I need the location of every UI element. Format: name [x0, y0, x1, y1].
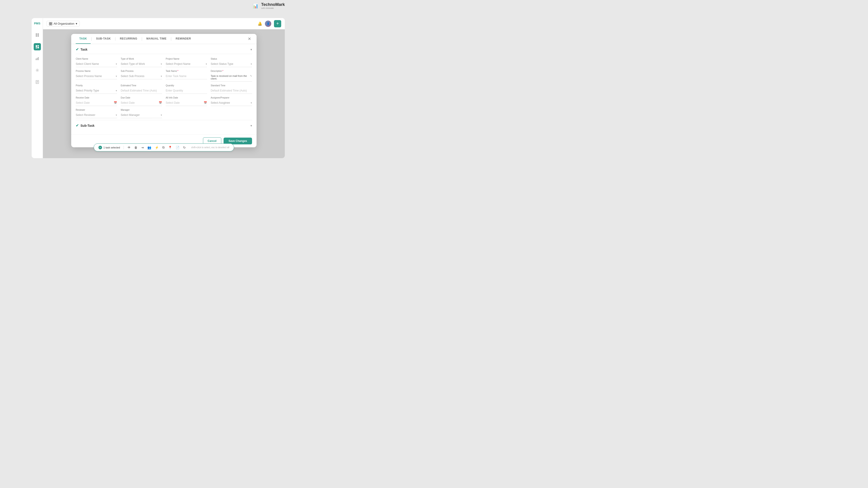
select-assignee-value: Select Assginee: [211, 101, 230, 104]
add-button[interactable]: +: [274, 20, 281, 27]
sidebar-item-settings[interactable]: [34, 67, 41, 74]
svg-rect-4: [36, 45, 37, 47]
svg-rect-9: [37, 58, 37, 60]
field-all-info-date: All Info Date 📅: [166, 96, 207, 106]
select-client-name[interactable]: Select Client Name ▾: [76, 61, 117, 67]
bottom-toolbar: − 1 task selected 👁 🗑 ⇥ 👥 ⚡ ⧉ 📍 📄 ↻ shif…: [94, 143, 234, 151]
label-estimated-time: Estimated Time: [121, 84, 162, 87]
toolbar-copy-icon[interactable]: ⧉: [162, 145, 164, 149]
label-assignee: Assignee/Preparer: [211, 96, 252, 99]
svg-rect-5: [37, 45, 39, 46]
toolbar-document-icon[interactable]: 📄: [176, 146, 180, 149]
modal-close-button[interactable]: ✕: [247, 36, 252, 42]
select-priority[interactable]: Select Priority Type ▾: [76, 88, 117, 94]
calendar-icon-allinfo[interactable]: 📅: [204, 101, 207, 104]
select-assignee[interactable]: Select Assginee ▾: [211, 100, 252, 106]
brand-bar: 📊 TechnoMark Let's Innovate: [248, 0, 289, 11]
bell-icon[interactable]: 🔔: [258, 22, 262, 26]
select-reviewer[interactable]: Select Reviewer ▾: [76, 112, 117, 118]
task-name-required: *: [178, 70, 178, 72]
input-task-name[interactable]: [166, 73, 207, 79]
input-receive-date[interactable]: 📅: [76, 100, 117, 106]
toolbar-view-icon[interactable]: 👁: [127, 146, 131, 149]
svg-rect-8: [36, 59, 36, 60]
sidebar-item-chart[interactable]: [34, 55, 41, 62]
select-type-of-work[interactable]: Select Type of Work ▾: [121, 61, 162, 67]
tab-sep-4: |: [170, 37, 172, 41]
field-receive-date: Receive Date 📅: [76, 96, 117, 106]
description-text: Task is received on mail from the client…: [211, 74, 249, 80]
field-type-of-work: Type of Work Select Type of Work ▾: [121, 58, 162, 67]
label-description: Description*: [211, 70, 252, 72]
sidebar-item-grid[interactable]: [34, 31, 41, 39]
tab-task[interactable]: TASK: [76, 34, 91, 44]
svg-rect-2: [36, 35, 37, 37]
toolbar-subtask-icon[interactable]: ⇥: [141, 146, 144, 149]
calendar-icon-receive[interactable]: 📅: [114, 101, 117, 104]
field-task-name: Task Name*: [166, 70, 207, 82]
label-project-name: Project Name: [166, 58, 207, 60]
select-sub-process-value: Select Sub Process: [121, 74, 145, 78]
toolbar-delete-icon[interactable]: 🗑: [134, 146, 137, 149]
select-manager-chevron-icon: ▾: [161, 113, 162, 117]
input-due-date[interactable]: 📅: [121, 100, 162, 106]
description-edit-icon[interactable]: ✎: [250, 74, 252, 77]
tab-sep-2: |: [115, 37, 116, 41]
field-process-name: Process Name Select Process Name ▾: [76, 70, 117, 82]
field-reviewer: Reviewer Select Reviewer ▾: [76, 109, 117, 118]
label-task-name: Task Name*: [166, 70, 207, 72]
modal-tabs: TASK | SUB-TASK | RECURRING | MANUAL TIM…: [71, 34, 256, 44]
empty-col-1: [166, 109, 207, 118]
brand-sub: Let's Innovate: [261, 7, 285, 9]
toolbar-refresh-icon[interactable]: ↻: [183, 146, 186, 149]
field-priority: Priority Select Priority Type ▾: [76, 84, 117, 94]
toolbar-separator: [124, 146, 124, 149]
description-display[interactable]: Task is received on mail from the client…: [211, 73, 252, 82]
task-section-header[interactable]: ✔ Task ▾: [76, 44, 252, 54]
org-selector[interactable]: All Organization ▾: [46, 21, 80, 26]
svg-rect-7: [36, 47, 37, 48]
subtask-section-icon: ✔: [76, 123, 79, 128]
tab-subtask[interactable]: SUB-TASK: [92, 34, 114, 44]
select-status[interactable]: Select Status Type ▾: [211, 61, 252, 67]
brand-chart-icon: 📊: [253, 3, 258, 8]
input-estimated-time[interactable]: [121, 88, 162, 94]
modal-body: ✔ Task ▾ Client Name Select Client Name …: [71, 44, 256, 134]
toolbar-deselect-icon[interactable]: −: [98, 146, 102, 149]
subtask-section-label: Sub-Task: [81, 124, 94, 127]
label-type-of-work: Type of Work: [121, 58, 162, 60]
subtask-section-title: ✔ Sub-Task: [76, 123, 94, 128]
input-standard-time[interactable]: [211, 88, 252, 94]
toolbar-assign-icon[interactable]: 👥: [147, 146, 151, 149]
calendar-icon-due[interactable]: 📅: [159, 101, 162, 104]
select-process-name[interactable]: Select Process Name ▾: [76, 73, 117, 79]
subtask-section-header[interactable]: ✔ Sub-Task ▾: [76, 120, 252, 131]
select-assignee-chevron-icon: ▾: [251, 101, 252, 104]
task-section-icon: ✔: [76, 47, 79, 52]
sidebar: PMS: [32, 18, 43, 158]
input-all-info-date[interactable]: 📅: [166, 100, 207, 106]
sidebar-item-tasks[interactable]: [34, 43, 41, 51]
tab-recurring[interactable]: RECURRING: [116, 34, 141, 44]
avatar[interactable]: 👤: [265, 21, 271, 27]
select-project-name-value: Select Project Name: [166, 62, 190, 66]
svg-rect-1: [37, 33, 39, 35]
select-reviewer-value: Select Reviewer: [76, 113, 95, 117]
subtask-section-chevron-icon: ▾: [250, 124, 252, 127]
tab-reminder[interactable]: REMINDER: [172, 34, 195, 44]
select-manager[interactable]: Select Manager ▾: [121, 112, 162, 118]
input-quantity[interactable]: [166, 88, 207, 94]
label-all-info-date: All Info Date: [166, 96, 207, 99]
toolbar-pin-icon[interactable]: 📍: [168, 146, 172, 149]
brand-text: TechnoMark Let's Innovate: [261, 2, 285, 9]
select-project-name[interactable]: Select Project Name ▾: [166, 61, 207, 67]
task-section-chevron-icon: ▾: [250, 48, 252, 51]
main-container: PMS: [32, 18, 285, 158]
field-standard-time: Standard Time: [211, 84, 252, 94]
svg-rect-16: [49, 22, 51, 24]
form-row-1: Client Name Select Client Name ▾ Type of…: [76, 58, 252, 67]
tab-manual-time[interactable]: MANUAL TIME: [143, 34, 170, 44]
toolbar-filter-icon[interactable]: ⚡: [155, 146, 159, 149]
select-sub-process[interactable]: Select Sub Process ▾: [121, 73, 162, 79]
sidebar-item-file[interactable]: [34, 78, 41, 86]
